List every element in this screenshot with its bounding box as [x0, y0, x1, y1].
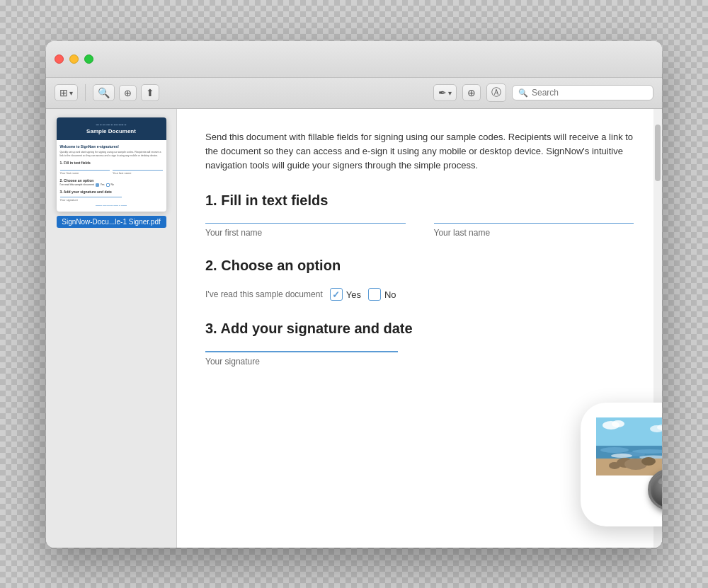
- sidebar: ••• •• ••• •••• •• •••• ••••• •• Sample …: [46, 109, 177, 548]
- thumbnail-section3: 3. Add your signature and date Your sign…: [60, 190, 163, 202]
- traffic-lights: [55, 54, 93, 64]
- first-name-line: [205, 223, 406, 224]
- signature-line: [205, 351, 398, 352]
- thumbnail-welcome: Welcome to SignNow e-signatures!: [60, 144, 163, 149]
- page-thumbnail[interactable]: ••• •• ••• •••• •• •••• ••••• •• Sample …: [57, 117, 166, 212]
- filename-badge[interactable]: SignNow-Docu...le-1 Signer.pdf: [57, 216, 166, 228]
- choose-option-row: I've read this sample document ✓ Yes No: [205, 288, 634, 301]
- svg-point-13: [641, 457, 656, 466]
- section3-title: 3. Add your signature and date: [205, 321, 634, 337]
- toolbar-left-group: ⊞ ▾ 🔍 ⊕ ⬆: [55, 84, 159, 101]
- zoom-out-icon: 🔍: [98, 87, 110, 98]
- pen-icon: ✒: [438, 87, 447, 98]
- doc-intro: Send this document with fillable fields …: [205, 130, 634, 173]
- toolbar-separator: [85, 84, 86, 101]
- search-bar[interactable]: 🔍: [512, 85, 653, 100]
- yes-label: Yes: [346, 289, 361, 300]
- titlebar: [46, 41, 662, 78]
- no-option[interactable]: No: [368, 288, 396, 301]
- thumbnail-desc: Quickly set up and start signing for sig…: [60, 151, 163, 158]
- zoom-in-icon: ⊕: [124, 88, 132, 98]
- sidebar-toggle-button[interactable]: ⊞ ▾: [55, 84, 78, 101]
- markup-icon: Ⓐ: [491, 86, 501, 99]
- share-icon: ⬆: [146, 87, 154, 98]
- app-window: ⊞ ▾ 🔍 ⊕ ⬆ ✒ ▾ ⊕ Ⓐ 🔍: [46, 41, 662, 548]
- chevron-down-icon: ▾: [69, 89, 73, 97]
- close-button[interactable]: [55, 54, 64, 64]
- doc-section-2: 2. Choose an option I've read this sampl…: [205, 258, 634, 301]
- stamp-button[interactable]: ⊕: [462, 84, 481, 101]
- sidebar-icon: ⊞: [59, 87, 68, 98]
- pen-chevron-icon: ▾: [448, 89, 452, 97]
- checkmark-icon: ✓: [332, 289, 340, 300]
- signature-field: Your signature: [205, 351, 398, 367]
- maximize-button[interactable]: [84, 54, 93, 64]
- thumbnail-section1: 1. Fill in text fields Your first name Y…: [60, 161, 163, 175]
- pen-tool-button[interactable]: ✒ ▾: [433, 84, 457, 101]
- thumbnail-footer: ••••••••• ••••••••••••• ••••••• •• •••••…: [60, 204, 163, 207]
- minimize-button[interactable]: [69, 54, 79, 64]
- thumbnail-header: ••• •• ••• •••• •• •••• ••••• •• Sample …: [57, 117, 166, 140]
- scrollbar-thumb[interactable]: [655, 125, 661, 181]
- name-fields-row: Your first name Your last name: [205, 223, 634, 238]
- no-label: No: [384, 289, 396, 300]
- svg-point-16: [612, 420, 624, 427]
- last-name-field: Your last name: [434, 223, 634, 238]
- search-input[interactable]: [532, 88, 647, 98]
- yes-option[interactable]: ✓ Yes: [330, 288, 361, 301]
- markup-button[interactable]: Ⓐ: [486, 83, 506, 102]
- option-description: I've read this sample document: [205, 289, 323, 299]
- toolbar: ⊞ ▾ 🔍 ⊕ ⬆ ✒ ▾ ⊕ Ⓐ 🔍: [46, 78, 662, 109]
- section1-title: 1. Fill in text fields: [205, 192, 634, 209]
- share-button[interactable]: ⬆: [141, 84, 159, 101]
- app-icon: [581, 403, 662, 526]
- preview-icon-wrapper: [593, 415, 663, 514]
- thumbnail-section2: 2. Choose an option I've read this sampl…: [60, 178, 163, 187]
- first-name-label: Your first name: [205, 228, 406, 238]
- yes-checkbox[interactable]: ✓: [330, 288, 343, 301]
- search-icon: 🔍: [518, 88, 528, 98]
- svg-point-14: [609, 462, 620, 469]
- svg-point-8: [611, 454, 632, 458]
- stamp-icon: ⊕: [467, 87, 476, 98]
- signature-label: Your signature: [205, 357, 398, 367]
- zoom-out-button[interactable]: 🔍: [93, 84, 115, 101]
- no-checkbox[interactable]: [368, 288, 381, 301]
- last-name-line: [434, 223, 634, 224]
- doc-section-3: 3. Add your signature and date Your sign…: [205, 321, 634, 367]
- zoom-in-button[interactable]: ⊕: [119, 85, 137, 101]
- first-name-field: Your first name: [205, 223, 406, 238]
- doc-section-1: 1. Fill in text fields Your first name Y…: [205, 192, 634, 238]
- last-name-label: Your last name: [434, 228, 634, 238]
- thumbnail-title: Sample Document: [61, 128, 162, 134]
- svg-point-5: [600, 447, 629, 453]
- section2-title: 2. Choose an option: [205, 258, 634, 274]
- thumbnail-body: Welcome to SignNow e-signatures! Quickly…: [57, 140, 166, 212]
- main-content: ••• •• ••• •••• •• •••• ••••• •• Sample …: [46, 109, 662, 548]
